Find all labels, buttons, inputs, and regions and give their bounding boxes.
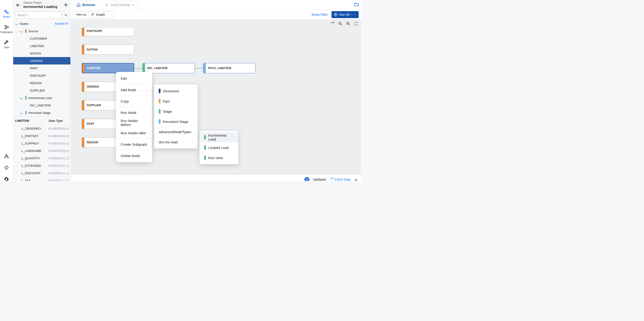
chevron-down-icon xyxy=(20,96,23,99)
ctx-type-stage[interactable]: Stage xyxy=(154,106,198,116)
project-title: Default Project Incremental Loading xyxy=(24,2,58,9)
chevron-down-icon xyxy=(20,111,23,114)
context-menu-node: Edit Add Node› Copy› Run Node Run Nodes … xyxy=(116,72,152,162)
svg-rect-2 xyxy=(5,26,6,27)
detail-row[interactable]: L_PARTKEYNUMBER(38,0) xyxy=(13,132,70,140)
ctx-doc-inc-load[interactable]: doc-inc-load› xyxy=(154,137,198,147)
svg-rect-4 xyxy=(7,27,8,28)
run-all-more-button[interactable]: ⋯ xyxy=(352,13,356,17)
add-node-button[interactable]: + xyxy=(63,12,68,18)
chevron-right-icon: › xyxy=(194,130,194,134)
ctx-run-after[interactable]: Run Nodes After xyxy=(116,128,152,138)
details-header: LINEITEM Data Type xyxy=(13,116,70,125)
ctx-type-fact[interactable]: Fact xyxy=(154,96,198,106)
tree: Nodes Expand All Source CUSTOMER LINEITE… xyxy=(13,20,70,116)
ctx-incremental-load[interactable]: Incremental Load xyxy=(200,132,238,142)
nav-nodes[interactable]: Nodes xyxy=(3,9,10,18)
warning-icon[interactable] xyxy=(4,153,9,159)
ctx-looped-load[interactable]: Looped Load xyxy=(200,142,238,153)
detail-row[interactable]: L_LINENUMBERNUMBER(38,0) xyxy=(13,147,70,154)
tree-leaf-supplier[interactable]: SUPPLIER xyxy=(13,87,70,94)
ctx-run-before[interactable]: Run Nodes Before xyxy=(116,118,152,128)
tree-leaf-part[interactable]: PART xyxy=(13,65,70,72)
svg-point-7 xyxy=(92,14,92,14)
tab-build-settings[interactable]: Build Settings × xyxy=(101,1,138,9)
tree-group-persistent[interactable]: Persistent Stage xyxy=(13,109,70,116)
show-filter-link[interactable]: Show Filter xyxy=(312,13,328,17)
graph-node-pstg-lineitem[interactable]: PSTG_LINEITEM xyxy=(203,63,256,73)
tree-leaf-partsupp[interactable]: PARTSUPP xyxy=(13,72,70,79)
wrench-icon xyxy=(4,40,9,45)
sidebar: Default Project Incremental Loading + No… xyxy=(13,0,71,181)
svg-rect-0 xyxy=(5,10,6,11)
tree-leaf-nation[interactable]: NATION xyxy=(13,50,70,57)
tab-action-button[interactable] xyxy=(354,2,359,8)
refresh-icon[interactable] xyxy=(330,22,334,26)
ctx-advanced-node-types[interactable]: advancedNodeTypes› xyxy=(154,127,198,137)
context-menu-doc-inc-load: Incremental Load Looped Load Run View xyxy=(200,131,238,164)
ctx-run-node[interactable]: Run Node xyxy=(116,107,152,118)
status-bar: 1 Validated Fetch Data xyxy=(71,175,362,181)
search-input[interactable] xyxy=(15,12,61,19)
svg-point-9 xyxy=(92,15,92,16)
graph-edge xyxy=(195,68,203,68)
chevron-down-icon[interactable] xyxy=(16,22,18,26)
settings-gear-icon[interactable] xyxy=(4,177,9,181)
svg-point-5 xyxy=(65,4,66,5)
ctx-run-view[interactable]: Run View xyxy=(200,153,238,163)
fetch-data-button[interactable]: Fetch Data xyxy=(330,178,351,181)
chevron-down-icon xyxy=(20,29,23,33)
main-area: Browser Build Settings × View as Graph ⌄… xyxy=(71,0,362,181)
detail-row[interactable]: L_DISCOUNTNUMBER(12,2) xyxy=(13,169,70,177)
nav-subgraphs[interactable]: Subgraphs xyxy=(0,25,12,33)
incremental-chip-icon xyxy=(204,135,206,140)
close-tab-button[interactable]: × xyxy=(132,3,134,7)
expand-panel-button[interactable] xyxy=(354,178,358,181)
ctx-create-subgraph[interactable]: Create Subgraph xyxy=(116,139,152,149)
source-chip-icon xyxy=(25,29,27,33)
tree-group-source[interactable]: Source xyxy=(13,27,70,35)
run-all-button[interactable]: Run All ⋯ xyxy=(332,11,358,18)
zoom-out-icon[interactable] xyxy=(338,22,342,26)
ctx-type-persistent-stage[interactable]: Persistent Stage xyxy=(154,116,198,127)
dimension-chip-icon xyxy=(159,89,160,93)
detail-row[interactable]: L_TAXNUMBER(12,2) xyxy=(13,177,70,181)
tree-group-incremental[interactable]: Incremental Load xyxy=(13,94,70,102)
persistent-chip-icon xyxy=(25,111,27,115)
tree-leaf-orders[interactable]: ORDERS xyxy=(13,57,70,65)
graph-canvas[interactable]: PARTSUPP NATION LINEITEM INC_LINEITEM PS… xyxy=(71,28,362,175)
tree-header-label: Nodes xyxy=(20,22,28,26)
tree-leaf-customer[interactable]: CUSTOMER xyxy=(13,35,70,42)
looped-chip-icon xyxy=(204,145,206,150)
tree-leaf-lineitem[interactable]: LINEITEM xyxy=(13,42,70,50)
nav-rail: Nodes Subgraphs Jobs xyxy=(0,0,13,181)
project-settings-button[interactable] xyxy=(64,3,68,8)
context-menu-node-types: Dimension Fact Stage Persistent Stage ad… xyxy=(154,84,198,148)
tree-leaf-region[interactable]: REGION xyxy=(13,79,70,87)
detail-row[interactable]: L_SUPPKEYNUMBER(38,0) xyxy=(13,140,70,147)
graph-edge xyxy=(134,68,142,68)
detail-row[interactable]: L_ORDERKEYNUMBER(38,0) xyxy=(13,125,70,132)
ctx-delete-node[interactable]: Delete Node xyxy=(116,150,152,161)
ctx-type-dimension[interactable]: Dimension xyxy=(154,86,198,96)
expand-all-link[interactable]: Expand All xyxy=(55,22,68,25)
zoom-in-icon[interactable] xyxy=(346,22,350,26)
graph-node-nation[interactable]: NATION xyxy=(82,45,134,55)
ctx-add-node[interactable]: Add Node› xyxy=(116,85,152,95)
ctx-edit[interactable]: Edit xyxy=(116,73,152,83)
drag-handle-icon xyxy=(24,59,27,62)
tab-browser[interactable]: Browser xyxy=(73,1,99,9)
stage-chip-icon xyxy=(159,109,160,114)
tree-leaf-inc-lineitem[interactable]: INC_LINEITEM xyxy=(13,102,70,109)
nav-jobs[interactable]: Jobs xyxy=(4,40,9,49)
back-button[interactable] xyxy=(16,2,21,8)
validated-label: Validated xyxy=(313,178,326,181)
ctx-copy[interactable]: Copy› xyxy=(116,96,152,106)
fullscreen-icon[interactable] xyxy=(354,22,358,26)
detail-row[interactable]: L_EXTENDEDPRICENUMBER(12,2) xyxy=(13,162,70,169)
detail-row[interactable]: L_QUANTITYNUMBER(12,2) xyxy=(13,154,70,162)
diamond-icon[interactable] xyxy=(4,165,9,170)
graph-node-partsupp[interactable]: PARTSUPP xyxy=(82,28,134,36)
view-as-select[interactable]: View as Graph ⌄ xyxy=(74,11,115,18)
details-entity-label: LINEITEM xyxy=(13,117,41,124)
